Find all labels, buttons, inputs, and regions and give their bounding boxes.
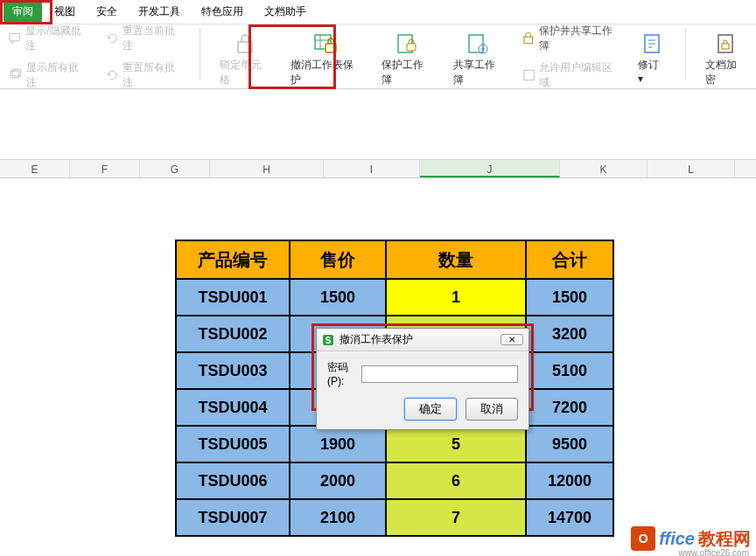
revisions-icon [640,31,664,56]
encrypt-icon [713,31,738,56]
cell-total[interactable]: 14700 [526,499,613,536]
cell-product-id[interactable]: TSDU002 [176,316,290,352]
col-header[interactable]: I [324,160,420,177]
reset-current-comment-button[interactable]: 重置当前批注 [102,22,186,55]
cell-total[interactable]: 5100 [526,352,613,389]
show-all-comments-button[interactable]: 显示所有批注 [5,59,92,92]
tab-featured[interactable]: 特色应用 [192,1,252,23]
cell-total[interactable]: 7200 [526,389,613,426]
label: 重置所有批注 [122,60,182,90]
table-row: TSDU0072100714700 [176,499,613,536]
ok-button[interactable]: 确定 [404,398,457,420]
cell-qty[interactable]: 6 [386,462,526,499]
protect-workbook-button[interactable]: 保护工作簿 [376,28,437,91]
password-label: 密码(P): [327,360,356,387]
protect-share-workbook-button[interactable]: 保护并共享工作簿 [519,22,622,55]
app-icon: S [322,334,334,346]
show-hide-comments-button[interactable]: 显示/隐藏批注 [5,22,92,55]
comment-icon [9,31,22,45]
cell-total[interactable]: 3200 [526,316,613,352]
col-header[interactable]: K [560,160,648,177]
cell-product-id[interactable]: TSDU005 [176,426,290,462]
svg-rect-13 [524,70,534,80]
col-header[interactable]: E [0,160,70,177]
lock-icon [233,31,257,56]
reset-all-comments-button[interactable]: 重置所有批注 [102,59,186,92]
table-row: TSDU0062000612000 [176,462,613,499]
label: 保护并共享工作簿 [539,24,619,53]
reset-icon [106,31,119,45]
cell-total[interactable]: 12000 [526,462,613,499]
th-product-id: 产品编号 [176,240,290,279]
share-workbook-button[interactable]: 共享工作簿 [448,28,508,91]
col-header[interactable]: M [735,160,756,177]
svg-rect-7 [326,44,336,52]
cell-product-id[interactable]: TSDU006 [176,462,290,499]
svg-rect-9 [407,44,416,51]
svg-rect-16 [722,44,729,49]
label: 共享工作簿 [453,58,503,87]
tab-review[interactable]: 审阅 [4,1,42,23]
col-header[interactable]: L [648,160,735,177]
svg-rect-3 [238,42,252,52]
cell-total[interactable]: 9500 [526,426,613,462]
label: 撤消工作表保护 [290,58,360,87]
col-header[interactable]: H [210,160,324,177]
edit-ranges-icon [522,68,536,82]
table-row: TSDU005190059500 [176,426,613,462]
cell-total[interactable]: 1500 [526,279,613,316]
col-header[interactable]: G [140,160,210,177]
doc-encrypt-button[interactable]: 文档加密 [700,28,751,91]
cell-qty[interactable]: 7 [386,499,526,536]
label: 允许用户编辑区域 [539,60,619,90]
cell-qty[interactable]: 1 [386,279,526,316]
label: 保护工作簿 [382,58,431,87]
revisions-button[interactable]: 修订 ▾ [633,28,671,88]
cell-product-id[interactable]: TSDU003 [176,352,290,389]
cell-price[interactable]: 2100 [290,499,386,536]
svg-text:S: S [326,336,332,345]
cell-product-id[interactable]: TSDU004 [176,389,290,426]
dialog-title: 撤消工作表保护 [340,332,413,347]
label: 锁定单元格 [220,58,270,87]
reset-all-icon [106,68,119,82]
dialog-titlebar: S 撤消工作表保护 ✕ [317,329,528,351]
column-headers: E F G H I J K L M [0,159,756,178]
tab-devtools[interactable]: 开发工具 [130,1,189,23]
label: 显示所有批注 [26,60,88,90]
tab-security[interactable]: 安全 [88,1,126,23]
tab-doc-helper[interactable]: 文档助手 [256,1,315,23]
password-input[interactable] [361,365,518,383]
th-qty: 数量 [386,240,526,279]
watermark-badge: O [631,526,655,551]
watermark: O ffice 教程网 [631,526,751,551]
allow-edit-ranges-button[interactable]: 允许用户编辑区域 [519,59,622,92]
label: 修订 ▾ [638,58,666,85]
cell-qty[interactable]: 5 [386,426,526,462]
th-price: 售价 [290,240,386,279]
unprotect-sheet-dialog: S 撤消工作表保护 ✕ 密码(P): 确定 取消 [316,328,529,430]
tab-view[interactable]: 视图 [46,1,84,23]
cell-product-id[interactable]: TSDU007 [176,499,290,536]
svg-rect-10 [469,35,483,52]
cancel-button[interactable]: 取消 [466,398,518,420]
lock-cell-button[interactable]: 锁定单元格 [214,28,275,91]
th-total: 合计 [526,240,613,279]
col-header-selected[interactable]: J [420,160,560,177]
cell-price[interactable]: 2000 [290,462,386,499]
col-header[interactable]: F [70,160,140,177]
label: 文档加密 [705,58,746,87]
cell-product-id[interactable]: TSDU001 [176,279,290,316]
label: 重置当前批注 [122,24,182,53]
cell-price[interactable]: 1900 [290,426,386,462]
dialog-close-button[interactable]: ✕ [500,334,523,345]
share-workbook-icon [466,31,490,56]
svg-rect-12 [524,37,532,44]
protect-share-icon [522,31,536,45]
svg-rect-0 [10,33,19,41]
watermark-text: 教程网 [698,527,751,551]
unprotect-sheet-button[interactable]: 撤消工作表保护 [285,28,366,91]
cell-price[interactable]: 1500 [290,279,386,316]
comments-icon [9,68,23,82]
table-row: TSDU001150011500 [176,279,613,316]
